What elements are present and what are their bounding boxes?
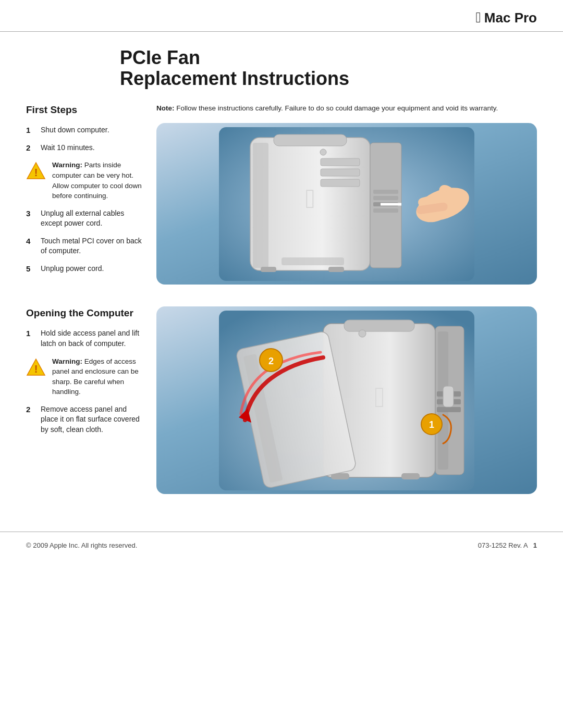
first-steps-left: First Steps 1 Shut down computer. 2 Wait… [26, 103, 156, 296]
step-3-text: Unplug all external cables except power … [41, 208, 145, 229]
svg-rect-34 [443, 386, 454, 407]
title-line2: Replacement Instructions [120, 68, 537, 89]
step-2-num: 2 [26, 143, 41, 152]
svg-rect-28 [344, 320, 414, 331]
svg-rect-4 [274, 134, 347, 146]
opening-computer-section: Opening the Computer 1 Hold side access … [26, 306, 537, 505]
svg-rect-8 [321, 169, 360, 176]
svg-rect-11 [328, 267, 344, 272]
page-header:  Mac Pro [0, 0, 563, 32]
note-text: Follow these instructions carefully. Fai… [176, 104, 498, 112]
step-4-num: 4 [26, 236, 41, 245]
first-steps-section: First Steps 1 Shut down computer. 2 Wait… [26, 103, 537, 296]
step-4-text: Touch metal PCI cover on back of compute… [41, 236, 145, 256]
svg-rect-33 [437, 407, 461, 412]
svg-rect-37 [401, 473, 420, 479]
open-step-1-num: 1 [26, 328, 41, 338]
open-step-1: 1 Hold side access panel and lift latch … [26, 328, 145, 349]
svg-rect-9 [321, 179, 360, 187]
warning-2: ! Warning: Edges of access panel and enc… [26, 356, 145, 397]
svg-text::  [305, 183, 315, 214]
open-step-2-text: Remove access panel and place it on flat… [41, 404, 145, 435]
step-4: 4 Touch metal PCI cover on back of compu… [26, 236, 145, 256]
warning-1: ! Warning: Parts inside computer can be … [26, 160, 145, 201]
step-5-num: 5 [26, 264, 41, 273]
header-title: Mac Pro [484, 10, 537, 26]
svg-rect-14 [373, 196, 398, 200]
step-3-num: 3 [26, 208, 41, 218]
warning-1-text: Warning: Parts inside computer can be ve… [52, 160, 145, 201]
warning-icon-2: ! [26, 357, 48, 379]
step-1-num: 1 [26, 125, 41, 134]
step-2: 2 Wait 10 minutes. [26, 143, 145, 153]
apple-logo-icon:  [476, 9, 481, 26]
opening-computer-title: Opening the Computer [26, 307, 145, 319]
copyright: © 2009 Apple Inc. All rights reserved. [26, 541, 137, 549]
step-1: 1 Shut down computer. [26, 125, 145, 135]
open-step-1-text: Hold side access panel and lift latch on… [41, 328, 145, 349]
svg-text::  [374, 381, 385, 413]
svg-text:2: 2 [268, 356, 274, 366]
warning-1-bold: Warning: [52, 161, 82, 169]
opening-computer-left: Opening the Computer 1 Hold side access … [26, 306, 156, 505]
step-5-text: Unplug power cord. [41, 264, 104, 274]
warning-icon-1: ! [26, 161, 48, 182]
title-line1: PCIe Fan [120, 47, 537, 68]
document-title: PCIe Fan Replacement Instructions [120, 47, 537, 89]
first-steps-title: First Steps [26, 104, 145, 116]
step-1-text: Shut down computer. [41, 125, 109, 135]
note-bold: Note: [156, 104, 175, 112]
step-3: 3 Unplug all external cables except powe… [26, 208, 145, 229]
svg-point-45 [359, 330, 366, 337]
main-content: PCIe Fan Replacement Instructions First … [0, 32, 563, 521]
opening-computer-right:  1 [156, 306, 537, 505]
open-step-2: 2 Remove access panel and place it on fl… [26, 404, 145, 435]
svg-rect-16 [373, 208, 398, 213]
step-5: 5 Unplug power cord. [26, 264, 145, 274]
svg-point-22 [320, 149, 326, 155]
svg-text:!: ! [34, 167, 38, 178]
svg-text:1: 1 [429, 419, 434, 430]
illustration-2:  1 [156, 306, 537, 494]
step-2-text: Wait 10 minutes. [41, 143, 95, 153]
svg-rect-5 [253, 143, 268, 268]
open-step-2-num: 2 [26, 404, 41, 414]
doc-number: 073-1252 Rev. A [478, 541, 528, 549]
page-number: 1 [533, 541, 537, 549]
first-steps-right: Note: Follow these instructions carefull… [156, 103, 537, 296]
doc-number-page: 073-1252 Rev. A 1 [478, 541, 537, 549]
svg-rect-10 [261, 267, 276, 272]
svg-rect-23 [282, 257, 344, 265]
note-block: Note: Follow these instructions carefull… [156, 103, 537, 114]
warning-2-text: Warning: Edges of access panel and enclo… [52, 356, 145, 397]
svg-rect-13 [373, 190, 398, 194]
svg-rect-7 [321, 158, 360, 166]
illustration-1:  [156, 123, 537, 285]
svg-text:!: ! [34, 363, 38, 375]
warning-2-bold: Warning: [52, 357, 82, 365]
page-footer: © 2009 Apple Inc. All rights reserved. 0… [0, 532, 563, 559]
